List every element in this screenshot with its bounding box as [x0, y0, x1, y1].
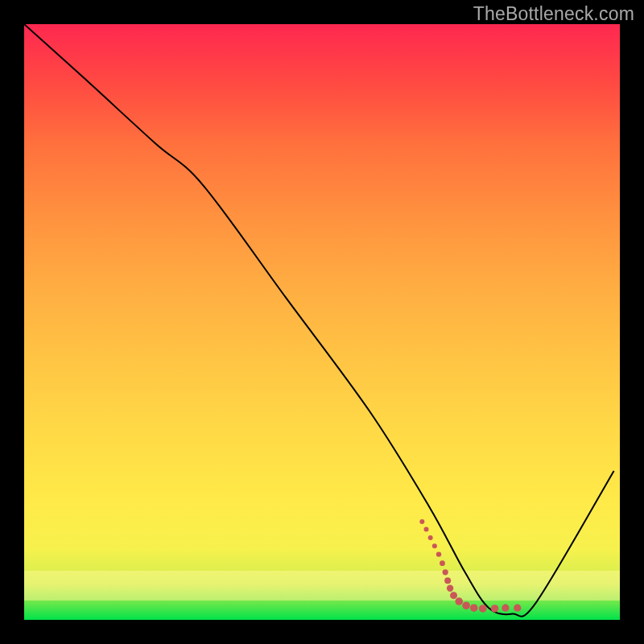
- chart-area: [24, 24, 620, 620]
- optimal-dot: [443, 569, 448, 575]
- optimal-dot: [455, 597, 463, 605]
- optimal-dot: [502, 605, 509, 612]
- optimal-dot: [514, 605, 521, 612]
- watermark-text: TheBottleneck.com: [473, 3, 634, 25]
- optimal-dot: [462, 601, 470, 609]
- optimal-point-cluster: [24, 24, 620, 620]
- optimal-dot: [470, 604, 478, 612]
- optimal-dot: [479, 605, 487, 613]
- optimal-dot: [440, 560, 445, 566]
- optimal-dot: [444, 577, 451, 584]
- optimal-dot: [450, 592, 457, 599]
- optimal-dot: [428, 535, 433, 540]
- optimal-dot: [424, 527, 429, 532]
- optimal-dot: [419, 519, 424, 524]
- optimal-dot: [432, 543, 437, 548]
- optimal-dot: [436, 551, 441, 556]
- optimal-dot: [447, 585, 453, 592]
- optimal-dot: [491, 605, 499, 613]
